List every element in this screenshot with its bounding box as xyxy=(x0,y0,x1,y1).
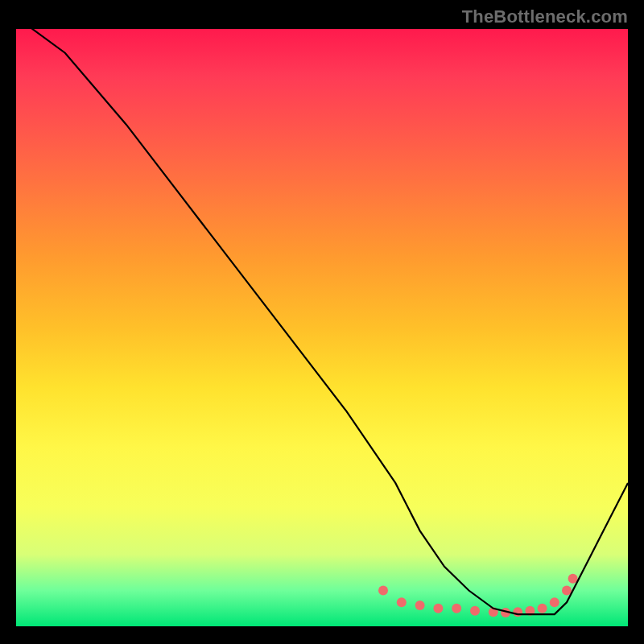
marker-dot xyxy=(538,604,547,613)
marker-dot xyxy=(433,604,443,613)
plot-area xyxy=(16,29,628,628)
marker-dot xyxy=(470,606,480,616)
marker-dot xyxy=(513,607,522,617)
chart-frame: TheBottleneck.com xyxy=(0,0,644,644)
chart-svg xyxy=(16,29,628,626)
marker-dot xyxy=(378,586,388,596)
watermark-text: TheBottleneck.com xyxy=(462,6,628,27)
marker-dot xyxy=(568,574,578,584)
marker-dot xyxy=(397,597,407,607)
marker-dot xyxy=(550,597,559,607)
marker-dot xyxy=(452,604,461,613)
marker-dot xyxy=(415,601,425,610)
markers-group xyxy=(378,574,578,617)
bottleneck-curve-path xyxy=(16,17,628,614)
